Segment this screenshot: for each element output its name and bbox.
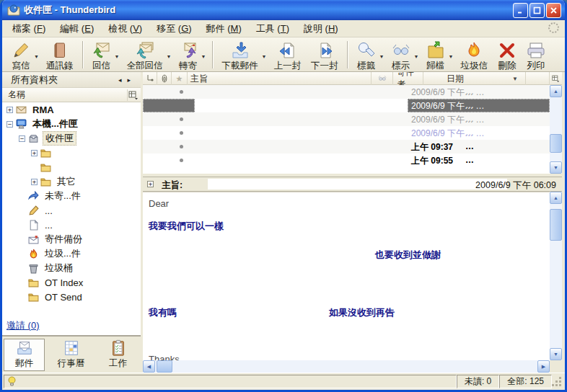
star-placeholder-icon[interactable] — [180, 131, 183, 135]
expand-header-icon[interactable]: + — [147, 181, 154, 187]
toolbar-button-print[interactable]: 列印 — [522, 39, 550, 72]
invitations-link[interactable]: 邀請 (0) — [6, 320, 40, 331]
dropdown-arrow-icon[interactable]: ▼ — [115, 54, 120, 59]
scroll-left-icon[interactable]: ◀ — [143, 360, 155, 373]
menu-item-help[interactable]: 說明 (H) — [296, 20, 346, 37]
folder-item-folder-5[interactable]: +其它 — [2, 174, 141, 189]
message-row[interactable]: 2009/6/9 下午… …… — [143, 126, 550, 140]
message-row[interactable]: 2009/6/9 下午… …… — [143, 99, 550, 112]
folder-pane-header[interactable]: 所有資料夾 ◂▸ — [2, 72, 141, 88]
minimize-button[interactable] — [513, 3, 528, 18]
scrollbar-thumb[interactable] — [550, 209, 562, 241]
date-column-header[interactable]: 日期▼ — [423, 72, 526, 85]
folder-item-folder-6[interactable]: 未寄...件 — [2, 189, 141, 203]
folder-item-ot-send[interactable]: OT Send — [2, 290, 141, 304]
folder-label: 垃圾...件 — [43, 247, 83, 260]
scroll-up-icon[interactable]: ▲ — [550, 85, 562, 97]
folder-item-folder-10[interactable]: 垃圾...件 — [2, 246, 141, 261]
menu-item-view[interactable]: 檢視 (V) — [101, 20, 149, 37]
scroll-down-icon[interactable]: ▼ — [550, 161, 562, 174]
star-placeholder-icon[interactable] — [180, 159, 183, 162]
menu-item-tools[interactable]: 工具 (T) — [249, 20, 296, 37]
mode-tab-calendar[interactable]: 行事曆 — [50, 339, 92, 371]
dropdown-arrow-icon[interactable]: ▼ — [34, 54, 39, 59]
star-column-header[interactable]: ★ — [172, 72, 188, 85]
expand-icon[interactable]: + — [31, 150, 38, 156]
toolbar-button-compose[interactable]: 寫信▼ — [6, 39, 41, 72]
toolbar-button-mark[interactable]: 標示▼ — [387, 39, 421, 72]
menu-item-go[interactable]: 移至 (G) — [149, 20, 198, 37]
resize-grip[interactable] — [552, 375, 563, 388]
folder-item-ot-index[interactable]: OT Index — [2, 275, 141, 290]
star-placeholder-icon[interactable] — [180, 145, 183, 148]
attachment-column-header[interactable] — [157, 72, 172, 85]
dropdown-arrow-icon[interactable]: ▼ — [201, 54, 206, 59]
menu-item-edit[interactable]: 編輯 (E) — [53, 20, 101, 37]
folder-item-folder-8[interactable]: ... — [2, 218, 141, 232]
collapse-icon[interactable]: − — [6, 121, 13, 128]
message-row[interactable]: 2009/6/9 下午… …… — [143, 85, 550, 99]
dropdown-arrow-icon[interactable]: ▼ — [414, 54, 419, 59]
star-placeholder-icon[interactable] — [180, 90, 183, 94]
menu-item-file[interactable]: 檔案 (F) — [5, 20, 53, 37]
toolbar-button-address-book[interactable]: 通訊錄 — [41, 39, 79, 72]
dropdown-arrow-icon[interactable]: ▼ — [262, 54, 267, 59]
mode-tab-mail[interactable]: 郵件 — [4, 339, 45, 371]
folder-name-column-header[interactable]: 名稱 — [2, 88, 141, 102]
collapse-icon[interactable]: − — [19, 135, 25, 142]
toolbar-button-forward[interactable]: 轉寄▼ — [174, 39, 208, 72]
maximize-button[interactable] — [529, 3, 545, 18]
pane-forward-arrow-icon[interactable]: ▸ — [127, 76, 136, 84]
scroll-down-icon[interactable]: ▼ — [550, 348, 562, 360]
folder-item-folder-4[interactable] — [2, 160, 141, 174]
mode-tab-tasks[interactable]: 工作 — [97, 339, 139, 371]
scroll-up-icon[interactable]: ▲ — [550, 192, 562, 204]
dropdown-arrow-icon[interactable]: ▼ — [379, 54, 384, 59]
folder-item-folder-1[interactable]: −本機...件匣 — [2, 117, 141, 131]
thread-column-header[interactable] — [143, 72, 157, 85]
body-horizontal-scrollbar[interactable]: ◀ ▶ — [143, 360, 550, 373]
toolbar-button-archive[interactable]: 歸檔▼ — [421, 39, 456, 72]
scrollbar-thumb[interactable] — [550, 134, 562, 153]
message-row[interactable]: 上午 09:37… — [143, 140, 550, 153]
unsent-icon — [28, 191, 39, 202]
folder-item-folder-9[interactable]: 寄件備份 — [2, 232, 141, 246]
message-row[interactable]: 上午 09:55… — [143, 153, 550, 167]
expand-icon[interactable]: + — [6, 107, 13, 113]
toolbar-button-previous[interactable]: 上一封 — [269, 39, 307, 72]
star-placeholder-icon[interactable] — [180, 117, 183, 121]
pane-back-arrow-icon[interactable]: ◂ — [118, 76, 128, 84]
list-column-picker-icon[interactable] — [550, 72, 562, 85]
subject-column-header[interactable]: 主旨 — [188, 72, 372, 85]
message-list-scrollbar[interactable]: ▲ ▼ — [550, 85, 562, 174]
toolbar-button-next[interactable]: 下一封 — [306, 39, 343, 72]
scrollbar-thumb[interactable] — [157, 360, 172, 373]
folder-item-folder-3[interactable]: + — [2, 146, 141, 160]
dropdown-arrow-icon[interactable]: ▼ — [167, 54, 172, 59]
scroll-right-icon[interactable]: ▶ — [537, 360, 550, 373]
folder-item-folder-7[interactable]: ... — [2, 203, 141, 218]
toolbar-button-get-mail[interactable]: 下載郵件▼ — [217, 39, 269, 72]
partially-visible-row[interactable]: … … — [143, 167, 550, 174]
expand-icon[interactable]: + — [31, 179, 38, 185]
toolbar-button-reply[interactable]: 回信▼ — [87, 39, 122, 72]
close-button[interactable] — [546, 3, 561, 18]
folder-item-folder-11[interactable]: 垃圾桶 — [2, 261, 141, 275]
message-row[interactable]: 2009/6/9 下午… …… — [143, 112, 550, 126]
sender-column-header[interactable]: 寄件者 — [393, 72, 423, 85]
toolbar-button-reply-all[interactable]: 全部回信▼ — [122, 39, 174, 72]
mark-column-header[interactable] — [372, 72, 393, 85]
column-picker-icon[interactable] — [127, 89, 139, 101]
extra-column-header[interactable] — [526, 72, 550, 85]
toolbar-button-tag[interactable]: 標籤▼ — [352, 39, 387, 72]
menu-item-message[interactable]: 郵件 (M) — [199, 20, 249, 37]
toolbar-button-junk[interactable]: 垃圾信 — [456, 39, 493, 72]
body-vertical-scrollbar[interactable]: ▲ ▼ — [550, 192, 562, 360]
dropdown-arrow-icon[interactable]: ▼ — [449, 54, 454, 59]
toolbar-button-label: 垃圾信 — [461, 60, 488, 72]
toolbar-button-delete[interactable]: 刪除 — [493, 39, 522, 72]
folder-item-rma[interactable]: +RMA — [2, 102, 141, 117]
folder-label: 未寄...件 — [43, 190, 83, 202]
toolbar-button-label: 列印 — [527, 60, 545, 72]
folder-item-folder-2[interactable]: −收件匣 — [2, 131, 141, 146]
